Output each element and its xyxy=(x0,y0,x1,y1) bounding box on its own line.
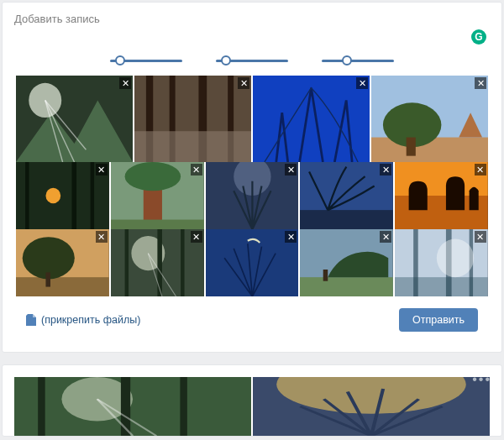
svg-rect-54 xyxy=(14,377,251,436)
attach-files-label: (прикрепить файлы) xyxy=(41,314,140,326)
slider-2[interactable] xyxy=(216,55,288,65)
svg-rect-34 xyxy=(16,277,109,296)
svg-rect-20 xyxy=(25,162,29,229)
upload-thumb[interactable]: ✕ xyxy=(111,162,204,229)
svg-rect-11 xyxy=(134,131,251,162)
remove-thumb-icon[interactable]: ✕ xyxy=(285,231,297,243)
upload-thumb[interactable]: ✕ xyxy=(253,76,370,162)
upload-thumb[interactable]: ✕ xyxy=(395,162,488,229)
upload-thumb[interactable]: ✕ xyxy=(206,229,299,296)
upload-thumb[interactable]: ✕ xyxy=(134,76,251,162)
remove-thumb-icon[interactable]: ✕ xyxy=(285,164,297,175)
svg-rect-36 xyxy=(45,272,50,286)
slider-3[interactable] xyxy=(322,55,394,65)
upload-thumb[interactable]: ✕ xyxy=(395,229,488,296)
remove-thumb-icon[interactable]: ✕ xyxy=(119,77,131,89)
remove-thumb-icon[interactable]: ✕ xyxy=(191,231,202,243)
svg-rect-39 xyxy=(124,229,128,296)
add-post-input[interactable]: Добавить запись xyxy=(14,13,490,25)
upload-thumb[interactable]: ✕ xyxy=(206,162,299,229)
svg-rect-47 xyxy=(323,270,328,281)
file-icon xyxy=(26,314,36,326)
svg-rect-56 xyxy=(38,377,45,436)
remove-thumb-icon[interactable]: ✕ xyxy=(475,77,486,89)
svg-rect-50 xyxy=(413,229,418,296)
remove-thumb-icon[interactable]: ✕ xyxy=(475,231,486,243)
svg-rect-22 xyxy=(91,162,94,229)
remove-thumb-icon[interactable]: ✕ xyxy=(356,77,368,89)
svg-point-53 xyxy=(437,238,474,277)
upload-thumb[interactable]: ✕ xyxy=(300,162,393,229)
svg-point-25 xyxy=(124,162,180,191)
svg-point-19 xyxy=(45,188,60,203)
upload-thumb[interactable]: ✕ xyxy=(371,76,488,162)
post-menu-icon[interactable]: ••• xyxy=(472,372,491,387)
remove-thumb-icon[interactable]: ✕ xyxy=(380,164,391,175)
upload-gallery-row-1: ✕ ✕ ✕ ✕ xyxy=(14,76,490,162)
upload-gallery-row-2: ✕ ✕ ✕ ✕ ✕ xyxy=(14,162,490,229)
send-button[interactable]: Отправить xyxy=(399,308,478,332)
remove-thumb-icon[interactable]: ✕ xyxy=(96,231,108,243)
svg-point-2 xyxy=(29,83,61,118)
upload-thumb[interactable]: ✕ xyxy=(16,229,109,296)
svg-rect-40 xyxy=(157,229,162,296)
slider-group xyxy=(14,55,490,65)
remove-thumb-icon[interactable]: ✕ xyxy=(380,231,391,243)
svg-rect-21 xyxy=(71,162,76,229)
upload-thumb[interactable]: ✕ xyxy=(300,229,393,296)
feed-image[interactable] xyxy=(253,377,490,436)
attach-files-link[interactable]: (прикрепить файлы) xyxy=(26,314,140,326)
svg-rect-57 xyxy=(121,377,130,436)
slider-1[interactable] xyxy=(110,55,182,65)
remove-thumb-icon[interactable]: ✕ xyxy=(191,164,202,175)
svg-rect-46 xyxy=(300,277,393,296)
remove-thumb-icon[interactable]: ✕ xyxy=(475,164,486,175)
remove-thumb-icon[interactable]: ✕ xyxy=(96,164,108,175)
svg-rect-30 xyxy=(300,210,393,229)
feed-image[interactable] xyxy=(14,377,251,436)
svg-rect-41 xyxy=(181,229,184,296)
upload-thumb[interactable]: ✕ xyxy=(111,229,204,296)
upload-gallery-row-3: ✕ ✕ ✕ ✕ ✕ xyxy=(14,229,490,296)
svg-rect-58 xyxy=(180,377,186,436)
upload-thumb[interactable]: ✕ xyxy=(16,76,133,162)
grammarly-icon[interactable]: G xyxy=(471,29,486,45)
svg-rect-49 xyxy=(395,277,488,296)
upload-thumb[interactable]: ✕ xyxy=(16,162,109,229)
feed-images xyxy=(3,365,501,436)
svg-rect-26 xyxy=(111,220,204,229)
svg-rect-17 xyxy=(407,138,416,156)
remove-thumb-icon[interactable]: ✕ xyxy=(238,77,249,89)
